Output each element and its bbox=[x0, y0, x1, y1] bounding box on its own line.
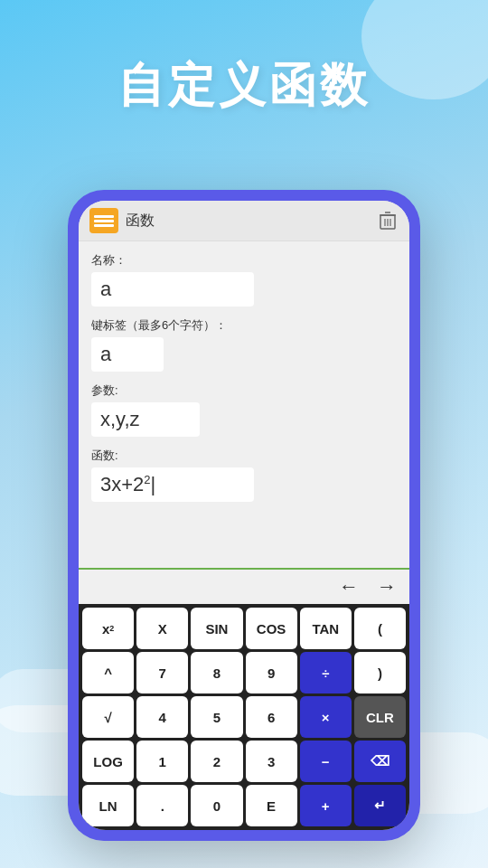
keyboard: x2XSINCOSTAN(^789÷)√456×CLRLOG123−⌫LN.0E… bbox=[79, 604, 409, 830]
key-3[interactable]: 3 bbox=[246, 741, 297, 782]
key-_[interactable]: ^ bbox=[82, 652, 134, 693]
name-input[interactable]: a bbox=[91, 272, 254, 307]
key-2[interactable]: 2 bbox=[191, 741, 242, 782]
key-COS[interactable]: COS bbox=[246, 608, 297, 649]
page-title: 自定义函数 bbox=[0, 54, 488, 118]
key-X[interactable]: X bbox=[136, 608, 188, 649]
key-SIN[interactable]: SIN bbox=[191, 608, 242, 649]
key-_[interactable]: ÷ bbox=[300, 652, 352, 693]
key-TAN[interactable]: TAN bbox=[300, 608, 352, 649]
key-_[interactable]: ) bbox=[354, 652, 406, 693]
key-7[interactable]: 7 bbox=[136, 652, 188, 693]
key-4[interactable]: 4 bbox=[136, 696, 188, 738]
func-input[interactable]: 3x+22| bbox=[91, 467, 254, 502]
key-_[interactable]: × bbox=[300, 696, 352, 738]
key-6[interactable]: 6 bbox=[246, 696, 297, 738]
key-5[interactable]: 5 bbox=[191, 696, 242, 738]
key-_[interactable]: ⌫ bbox=[354, 741, 406, 782]
func-value: 3x+22 bbox=[100, 473, 151, 495]
key-CLR[interactable]: CLR bbox=[354, 696, 406, 738]
key-LOG[interactable]: LOG bbox=[82, 741, 134, 782]
trash-icon[interactable] bbox=[377, 210, 399, 231]
key-_[interactable]: √ bbox=[82, 696, 134, 738]
app-icon-line3 bbox=[94, 224, 114, 227]
key-9[interactable]: 9 bbox=[246, 652, 297, 693]
keylabel-label: 键标签（最多6个字符）： bbox=[91, 317, 397, 334]
key-_[interactable]: ( bbox=[354, 608, 406, 649]
key-LN[interactable]: LN bbox=[82, 785, 134, 826]
key-_[interactable]: ↵ bbox=[354, 785, 406, 826]
key-E[interactable]: E bbox=[246, 785, 297, 826]
key-x_[interactable]: x2 bbox=[82, 608, 134, 649]
top-bar: 函数 bbox=[79, 201, 409, 241]
func-label: 函数: bbox=[91, 448, 397, 464]
params-input[interactable]: x,y,z bbox=[91, 402, 200, 437]
app-icon-line1 bbox=[94, 215, 114, 218]
left-arrow-button[interactable]: ← bbox=[339, 575, 359, 599]
key-0[interactable]: 0 bbox=[191, 785, 242, 826]
key-8[interactable]: 8 bbox=[191, 652, 242, 693]
app-icon-line2 bbox=[94, 220, 114, 222]
key-_[interactable]: . bbox=[136, 785, 188, 826]
nav-bar: ← → bbox=[79, 568, 409, 604]
params-label: 参数: bbox=[91, 382, 397, 399]
keylabel-input[interactable]: a bbox=[91, 337, 164, 372]
form-area: 名称： a 键标签（最多6个字符）： a 参数: x,y,z 函数: 3x+22… bbox=[79, 241, 409, 568]
top-bar-title: 函数 bbox=[126, 212, 370, 231]
key-1[interactable]: 1 bbox=[136, 741, 188, 782]
phone-screen: 函数 名称： a 键标签（最多6个字符）： a bbox=[79, 201, 409, 830]
key-_[interactable]: − bbox=[300, 741, 352, 782]
app-icon bbox=[89, 208, 118, 233]
name-label: 名称： bbox=[91, 252, 397, 269]
phone-mockup: 函数 名称： a 键标签（最多6个字符）： a bbox=[68, 190, 420, 841]
right-arrow-button[interactable]: → bbox=[377, 575, 397, 599]
key-_[interactable]: + bbox=[300, 785, 352, 826]
